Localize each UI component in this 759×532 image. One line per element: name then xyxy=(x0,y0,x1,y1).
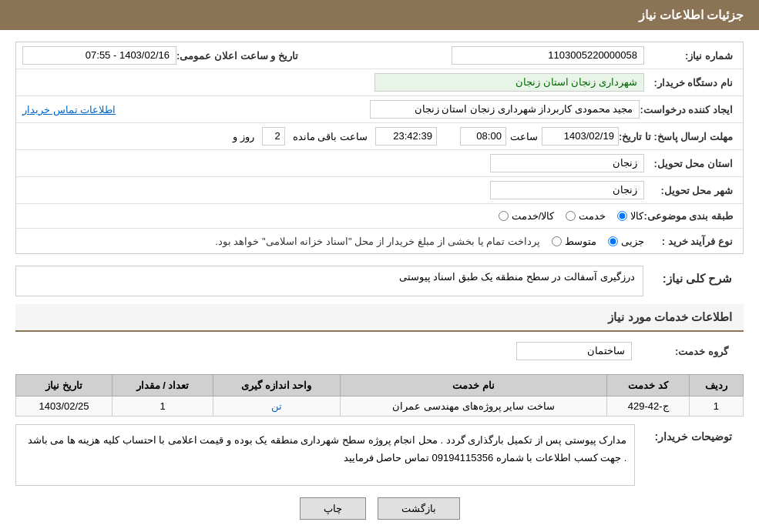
print-button[interactable]: چاپ xyxy=(300,497,366,520)
radio-khadamat: خدمت xyxy=(566,210,606,222)
buyer-notes-section: توضیحات خریدار: مدارک پیوستی پس از تکمیل… xyxy=(15,424,744,486)
radio-khadamat-input[interactable] xyxy=(566,211,576,221)
col-header-count: تعداد / مقدار xyxy=(113,375,213,396)
deadline-time: 08:00 xyxy=(460,127,506,146)
need-number-value: 1103005220000058 xyxy=(452,46,644,65)
need-description-section: شرح کلی نیاز: درزگیری آسفالت در سطح منطق… xyxy=(15,266,744,296)
buttons-row: بازگشت چاپ xyxy=(15,497,744,531)
process-note: پرداخت تمام یا بخشی از مبلغ خریدار از مح… xyxy=(22,236,540,247)
province-label: استان محل تحویل: xyxy=(644,158,737,169)
page-header: جزئیات اطلاعات نیاز xyxy=(0,0,759,30)
table-row: 1 ج-42-429 ساخت سایر پروژه‌های مهندسی عم… xyxy=(16,396,744,417)
col-header-name: نام خدمت xyxy=(340,375,607,396)
col-header-row: ردیف xyxy=(689,375,743,396)
services-section-title: اطلاعات خدمات مورد نیاز xyxy=(15,304,744,332)
process-label: نوع فرآیند خرید : xyxy=(644,236,737,247)
row-requester: ایجاد کننده درخواست: مجید محمودی کاربردا… xyxy=(16,96,743,123)
category-radio-group: کالا/خدمت خدمت کالا xyxy=(499,210,644,222)
requester-value: مجید محمودی کاربرداز شهرداری زنجان استان… xyxy=(370,100,640,119)
deadline-remaining: 23:42:39 xyxy=(375,127,437,146)
row-province: استان محل تحویل: زنجان xyxy=(16,150,743,177)
city-value: زنجان xyxy=(490,181,644,199)
city-label: شهر محل تحویل: xyxy=(644,185,737,196)
back-button[interactable]: بازگشت xyxy=(378,497,460,520)
service-group-value: ساختمان xyxy=(516,342,632,360)
buyer-org-label: نام دستگاه خریدار: xyxy=(644,77,737,89)
cell-count: 1 xyxy=(113,396,213,417)
deadline-date-time: 1403/02/19 ساعت 08:00 23:42:39 ساعت باقی… xyxy=(229,127,619,146)
need-description-value: درزگیری آسفالت در سطح منطقه یک طبق اسناد… xyxy=(15,266,643,296)
cell-code: ج-42-429 xyxy=(607,396,689,417)
radio-motawaset: متوسط xyxy=(552,236,596,247)
row-process: نوع فرآیند خرید : متوسط جزیی پرداخت تمام… xyxy=(16,229,743,253)
radio-jozee-label: جزیی xyxy=(621,236,644,247)
deadline-time-label: ساعت xyxy=(510,131,538,142)
info-section: شماره نیاز: 1103005220000058 تاریخ و ساع… xyxy=(15,42,744,254)
radio-kala-input[interactable] xyxy=(617,211,627,221)
deadline-label: مهلت ارسال پاسخ: تا تاریخ: xyxy=(619,131,737,142)
requester-link[interactable]: اطلاعات تماس خریدار xyxy=(22,104,116,115)
col-header-unit: واحد اندازه گیری xyxy=(213,375,340,396)
announcement-value: 1403/02/16 - 07:55 xyxy=(22,46,176,65)
deadline-remaining-label: ساعت باقی مانده xyxy=(293,131,368,142)
radio-kala-khadamat: کالا/خدمت xyxy=(499,210,555,222)
province-value: زنجان xyxy=(490,154,644,172)
deadline-days-label: روز و xyxy=(233,131,254,142)
col-header-date: تاریخ نیاز xyxy=(16,375,113,396)
buyer-notes-value: مدارک پیوستی پس از تکمیل بارگذاری گردد .… xyxy=(15,424,635,486)
row-need-number: شماره نیاز: 1103005220000058 تاریخ و ساع… xyxy=(16,42,743,69)
services-table: ردیف کد خدمت نام خدمت واحد اندازه گیری ت… xyxy=(15,374,744,417)
radio-jozee-input[interactable] xyxy=(608,236,618,246)
radio-khadamat-label: خدمت xyxy=(579,210,606,222)
radio-motawaset-input[interactable] xyxy=(552,236,562,246)
row-city: شهر محل تحویل: زنجان xyxy=(16,177,743,204)
row-buyer-org: نام دستگاه خریدار: شهرداری زنجان استان ز… xyxy=(16,69,743,96)
services-table-section: ردیف کد خدمت نام خدمت واحد اندازه گیری ت… xyxy=(15,374,744,417)
radio-kala-khadamat-label: کالا/خدمت xyxy=(512,210,555,222)
radio-kala-khadamat-input[interactable] xyxy=(499,211,509,221)
buyer-org-value: شهرداری زنجان استان زنجان xyxy=(374,73,644,92)
buyer-notes-label: توضیحات خریدار: xyxy=(643,424,744,449)
radio-jozee: جزیی xyxy=(608,236,644,247)
radio-motawaset-label: متوسط xyxy=(565,236,596,247)
need-number-label: شماره نیاز: xyxy=(644,50,737,62)
category-label: طبقه بندی موضوعی: xyxy=(643,210,737,222)
deadline-date: 1403/02/19 xyxy=(542,127,619,146)
radio-kala: کالا xyxy=(617,210,643,222)
deadline-days: 2 xyxy=(262,127,285,146)
radio-kala-label: کالا xyxy=(630,210,643,222)
page-title: جزئیات اطلاعات نیاز xyxy=(639,8,744,22)
process-radio-group: متوسط جزیی xyxy=(552,236,644,247)
requester-label: ایجاد کننده درخواست: xyxy=(640,104,737,115)
col-header-code: کد خدمت xyxy=(607,375,689,396)
cell-date: 1403/02/25 xyxy=(16,396,113,417)
main-content: شماره نیاز: 1103005220000058 تاریخ و ساع… xyxy=(0,30,759,532)
service-group-label: گروه خدمت: xyxy=(640,346,732,357)
row-category: طبقه بندی موضوعی: کالا/خدمت خدمت کالا xyxy=(16,204,743,229)
service-group-row: گروه خدمت: ساختمان xyxy=(15,336,744,366)
announcement-label: تاریخ و ساعت اعلان عمومی: xyxy=(176,50,302,62)
row-deadline: مهلت ارسال پاسخ: تا تاریخ: 1403/02/19 سا… xyxy=(16,123,743,150)
cell-name: ساخت سایر پروژه‌های مهندسی عمران xyxy=(340,396,607,417)
page-wrapper: جزئیات اطلاعات نیاز شماره نیاز: 11030052… xyxy=(0,0,759,532)
cell-row: 1 xyxy=(689,396,743,417)
need-description-label: شرح کلی نیاز: xyxy=(651,266,744,292)
cell-unit: تن xyxy=(213,396,340,417)
